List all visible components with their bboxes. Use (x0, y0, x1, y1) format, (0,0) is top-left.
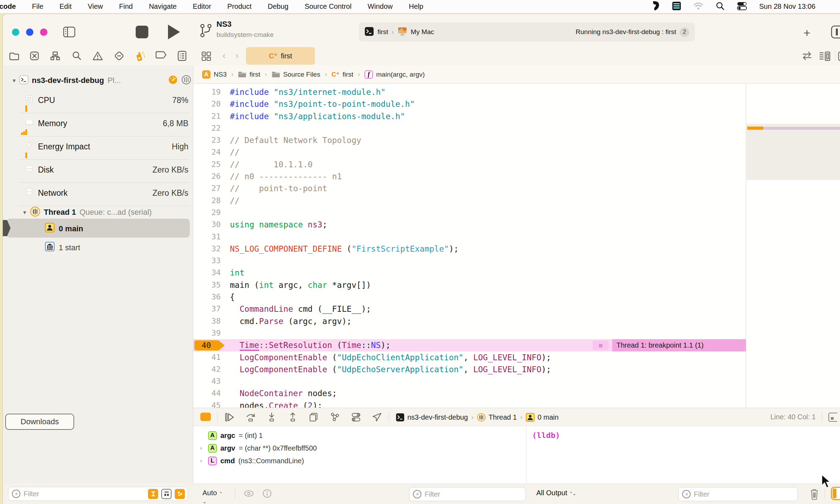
menu-source-control[interactable]: Source Control (297, 2, 360, 11)
code-line-37[interactable]: 37 CommandLine cmd (__FILE__); (193, 303, 746, 315)
symbol-navigator-icon[interactable] (50, 50, 61, 62)
line-number[interactable]: 36 (193, 291, 221, 303)
code-line-19[interactable]: 19#include "ns3/internet-module.h" (193, 86, 746, 98)
process-row[interactable]: ▾ ns3-dev-first-debug Pl... (3, 72, 193, 89)
variables-filter-field[interactable]: ≡ Filter (409, 487, 526, 501)
code-line-27[interactable]: 27// point-to-point (193, 182, 746, 194)
gauge-disk[interactable]: DiskZero KB/s (3, 160, 193, 183)
breakpoint-marker[interactable]: 40 (194, 340, 225, 350)
line-number[interactable]: 45 (193, 400, 221, 408)
variables-scope-selector[interactable]: Auto ⌃⌄ (202, 489, 222, 504)
code-line-35[interactable]: 35main (int argc, char *argv[]) (193, 279, 746, 291)
code-line-40[interactable]: 40 Time::SetResolution (Time::NS);40≡Thr… (193, 339, 746, 351)
code-line-39[interactable]: 39 (193, 327, 746, 339)
code-line-24[interactable]: 24// (193, 146, 746, 158)
menu-product[interactable]: Product (219, 2, 260, 11)
code-line-32[interactable]: 32NS_LOG_COMPONENT_DEFINE ("FirstScriptE… (193, 243, 746, 255)
filter-flag-button[interactable] (148, 489, 158, 499)
code-line-33[interactable]: 33 (193, 255, 746, 267)
stack-frame-1-start[interactable]: 1 start (45, 242, 80, 253)
menu-debug[interactable]: Debug (260, 2, 297, 11)
jumpbar-item-3[interactable]: C⁺first (331, 71, 353, 78)
code-line-36[interactable]: 36{ (193, 291, 746, 303)
code-line-45[interactable]: 45 nodes.Create (2); (193, 400, 746, 408)
simulate-location-button[interactable] (372, 412, 382, 422)
continue-button[interactable] (224, 412, 235, 422)
line-number[interactable]: 21 (193, 110, 221, 122)
line-number[interactable]: 27 (193, 182, 221, 194)
split-editor-sliver[interactable] (746, 84, 840, 408)
control-center-icon[interactable] (737, 1, 747, 12)
line-number[interactable]: 38 (193, 315, 221, 327)
source-control-navigator-icon[interactable] (29, 50, 40, 62)
menu-clock[interactable]: Sun 28 Nov 13:06 (759, 2, 840, 11)
line-number[interactable]: 44 (193, 387, 221, 399)
menu-editor[interactable]: Editor (185, 2, 219, 11)
project-title[interactable]: NS3 (217, 20, 232, 29)
input-source-icon[interactable] (672, 1, 681, 12)
navigator-toggle-icon[interactable] (63, 27, 75, 39)
jumpbar-item-4[interactable]: fmain(argc, argv) (364, 70, 425, 79)
gauge-memory[interactable]: Memory6,8 MB (3, 113, 193, 136)
forward-button[interactable]: › (235, 50, 239, 61)
menu-xcode[interactable]: Xcode (0, 2, 24, 11)
scheme-device[interactable]: My Mac (411, 28, 434, 36)
debug-crumb-0[interactable]: ns3-dev-first-debug (396, 413, 468, 422)
filter-view-button[interactable] (161, 489, 172, 499)
code-line-23[interactable]: 23// Default Network Topology (193, 134, 746, 146)
code-line-31[interactable]: 31 (193, 231, 746, 243)
line-number[interactable]: 28 (193, 195, 221, 207)
line-number[interactable]: 24 (193, 146, 221, 158)
line-number[interactable]: 37 (193, 303, 221, 315)
console-output-selector[interactable]: All Output ⌃⌄ (536, 489, 576, 497)
spotlight-icon[interactable] (716, 1, 725, 12)
disclosure-chevron-icon[interactable]: › (198, 458, 205, 464)
breakpoint-annotation[interactable]: Thread 1: breakpoint 1.1 (1) (612, 339, 746, 351)
threads-view-icon[interactable] (181, 75, 191, 86)
code-line-34[interactable]: 34int (193, 267, 746, 279)
tab-overview-icon[interactable] (201, 51, 212, 63)
project-navigator-icon[interactable] (8, 50, 20, 62)
disclosure-chevron-icon[interactable]: › (198, 445, 205, 451)
quicklook-icon[interactable] (243, 489, 254, 500)
step-into-button[interactable] (266, 412, 277, 422)
gauge-cpu[interactable]: CPU78% (3, 90, 193, 113)
filter-crash-button[interactable] (175, 489, 185, 499)
chevron-down-icon[interactable]: ▾ (13, 77, 16, 84)
code-line-41[interactable]: 41 LogComponentEnable ("UdpEchoClientApp… (193, 351, 746, 363)
variable-row-cmd[interactable]: ›Lcmd(ns3::CommandLine) (193, 455, 304, 467)
debug-crumb-1[interactable]: Thread 1 (477, 413, 517, 422)
jumpbar-item-1[interactable]: first (238, 71, 260, 78)
code-line-44[interactable]: 44 NodeContainer nodes; (193, 387, 746, 399)
tab-first[interactable]: C⁺ first (246, 47, 315, 65)
view-hierarchy-button[interactable] (309, 412, 319, 422)
line-number[interactable]: 23 (193, 134, 221, 146)
thread-row[interactable]: ▾ Thread 1 Queue: c...ad (serial) (3, 205, 193, 220)
menu-help[interactable]: Help (401, 2, 431, 11)
code-line-29[interactable]: 29 (193, 207, 746, 219)
debug-crumb-2[interactable]: 0 main (526, 413, 558, 422)
step-over-button[interactable] (245, 412, 256, 422)
scheme-selector[interactable]: first › My Mac Running ns3-dev-first-deb… (359, 22, 695, 41)
breakpoint-navigator-icon[interactable] (155, 50, 167, 62)
add-editor-icon[interactable] (838, 51, 840, 63)
jump-bar[interactable]: ANS3›first›Source Files›C⁺first›fmain(ar… (193, 65, 840, 84)
line-number[interactable]: 22 (193, 122, 221, 134)
console-view[interactable]: (lldb) (526, 426, 840, 484)
line-number[interactable]: 33 (193, 255, 221, 267)
jumpbar-item-2[interactable]: Source Files (272, 71, 321, 78)
add-editor-plus-icon[interactable]: + (803, 26, 810, 40)
zoom-window-button[interactable] (40, 28, 47, 36)
selected-frame-highlight[interactable] (6, 219, 190, 238)
menu-window[interactable]: Window (360, 2, 401, 11)
menu-view[interactable]: View (80, 2, 111, 11)
minimize-window-button[interactable] (26, 28, 33, 36)
environment-overrides-button[interactable] (351, 412, 361, 422)
test-navigator-icon[interactable] (114, 50, 125, 62)
find-navigator-icon[interactable] (71, 50, 82, 62)
gauge-network[interactable]: NetworkZero KB/s (3, 183, 193, 206)
variable-row-argc[interactable]: Aargc= (int) 1 (193, 429, 263, 441)
downloads-button[interactable]: Downloads (5, 414, 74, 430)
navigator-filter-field[interactable]: ≡ Filter (8, 487, 188, 501)
info-icon[interactable] (262, 489, 272, 500)
